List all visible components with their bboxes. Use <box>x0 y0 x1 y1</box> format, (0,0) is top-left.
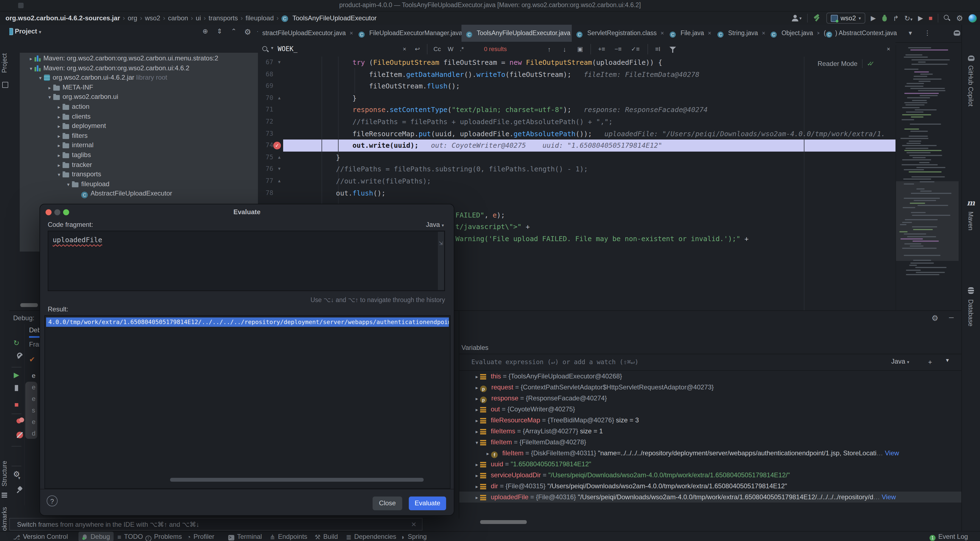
tree-row[interactable]: ▾org.wso2.carbon.ui <box>10 93 258 102</box>
editor-tab[interactable]: C FileUploadExecutorManager.java× <box>354 25 461 42</box>
variable-row[interactable]: ▸p request = {ContextPathServletAdaptor$… <box>459 382 961 393</box>
fold-marker-icon[interactable]: ▴ <box>276 92 283 104</box>
dialog-language-select[interactable]: Java ▾ <box>426 221 444 228</box>
search-input[interactable]: WOEK_ <box>278 45 298 53</box>
stripe-structure[interactable]: Structure <box>1 461 8 486</box>
variable-row[interactable]: ▸f fileItem = {DiskFileItem@40311} "name… <box>459 448 961 459</box>
locate-icon[interactable]: ⊕ <box>202 27 208 35</box>
fold-marker-icon[interactable]: ▾ <box>276 57 283 69</box>
tree-chevron-icon[interactable]: ▾ <box>56 170 62 180</box>
reader-mode-chip[interactable]: Reader Mode ✓✓ <box>818 58 871 69</box>
statusbar-event-log[interactable]: 1Event Log <box>929 531 968 541</box>
memory-snapshot-icon[interactable] <box>11 450 21 460</box>
watch-language-select[interactable]: Java ▾ <box>891 357 909 365</box>
filter-lines-icon[interactable]: ≡I <box>655 46 660 52</box>
variable-chevron-icon[interactable]: ▸ <box>474 426 480 437</box>
tree-row[interactable]: ▸META-INF <box>10 83 258 93</box>
statusbar-item-version-control[interactable]: ⎇Version Control <box>13 531 68 541</box>
tree-chevron-icon[interactable]: ▾ <box>27 64 35 73</box>
tree-row[interactable]: ▸deployment <box>10 121 258 131</box>
tree-chevron-icon[interactable]: ▸ <box>56 112 62 122</box>
variable-row[interactable]: ▸ this = {ToolsAnyFileUploadExecutor@402… <box>459 371 961 382</box>
tab-close-icon[interactable]: × <box>661 30 664 36</box>
statusbar-item-endpoints[interactable]: ⋔Endpoints <box>270 531 307 541</box>
select-all-occurrences-icon[interactable]: ▣ <box>577 46 583 53</box>
tree-chevron-icon[interactable]: ▾ <box>65 180 72 190</box>
editor-tab[interactable]: C String.java× <box>713 25 766 42</box>
input-scroll-track[interactable]: ⇲ <box>438 232 444 290</box>
pause-icon[interactable] <box>11 385 21 395</box>
tree-row[interactable]: ▾transports <box>10 170 258 179</box>
regex-toggle[interactable]: .* <box>460 46 464 52</box>
stop-icon-debug[interactable]: ■ <box>11 400 21 410</box>
statusbar-item-profiler[interactable]: ◔Profiler <box>187 531 215 541</box>
tree-chevron-icon[interactable]: ▸ <box>56 122 62 132</box>
stripe-copilot[interactable]: GitHub Copilot <box>967 65 974 107</box>
stripe-database[interactable]: Database <box>967 299 974 326</box>
statusbar-item-problems[interactable]: !Problems <box>145 531 182 541</box>
user-icon[interactable]: ▾ <box>792 15 802 21</box>
tab-close-icon[interactable]: × <box>350 30 353 36</box>
frames-scrollbar[interactable] <box>25 382 37 439</box>
fold-marker-icon[interactable]: ▴ <box>276 175 283 187</box>
result-value-row[interactable]: 4.0.0/tmp/work/extra/1.6508040505179814E… <box>46 318 449 327</box>
checked-selection-icon[interactable]: ✓≡ <box>631 46 640 53</box>
breadcrumb-item[interactable]: wso2 <box>145 14 160 22</box>
close-button[interactable]: Close <box>372 496 402 510</box>
view-breakpoints-icon[interactable] <box>11 417 21 427</box>
stop-icon[interactable]: ■ <box>928 14 932 22</box>
statusbar-item-build[interactable]: ⚒Build <box>315 531 338 541</box>
fold-marker-icon[interactable]: ▾ <box>276 163 283 175</box>
statusbar-item-debug[interactable]: Debug <box>78 531 114 541</box>
variable-chevron-icon[interactable]: ▸ <box>474 470 480 480</box>
expand-all-icon[interactable]: ⇕ <box>217 27 222 35</box>
variable-chevron-icon[interactable]: ▸ <box>474 492 480 503</box>
tree-chevron-icon[interactable]: ▸ <box>56 161 62 170</box>
variable-chevron-icon[interactable]: ▸ <box>474 393 480 404</box>
variable-row[interactable]: ▸ uploadedFile = {File@40316} "/Users/pe… <box>459 492 961 503</box>
variable-chevron-icon[interactable]: ▾ <box>474 437 480 448</box>
tree-row[interactable]: ▾Maven: org.wso2.carbon:org.wso2.carbon.… <box>10 64 258 73</box>
variable-chevron-icon[interactable]: ▸ <box>474 404 480 415</box>
editor-tab[interactable]: stractFileUploadExecutor.java× <box>258 25 354 42</box>
tree-chevron-icon[interactable]: ▸ <box>46 83 53 93</box>
variable-row[interactable]: ▸ out = {CoyoteWriter@40275} <box>459 404 961 415</box>
new-line-icon[interactable]: ↩ <box>415 46 420 53</box>
evaluate-expression-input[interactable]: Evaluate expression (↵) or add a watch (… <box>471 358 638 366</box>
tree-row[interactable]: CAbstractFileUploadExecutor <box>10 189 258 199</box>
breadcrumb-item[interactable]: org <box>127 14 137 22</box>
tree-row[interactable]: ▾fileupload <box>10 180 258 189</box>
editor-minimap[interactable] <box>896 45 959 310</box>
profiler-icon[interactable]: ↻▾ <box>904 14 913 22</box>
prev-occurrence-icon[interactable]: ↑ <box>547 46 551 53</box>
tree-row[interactable]: ▸tracker <box>10 160 258 170</box>
tree-row[interactable]: ▸internal <box>10 141 258 150</box>
breakpoint-icon[interactable]: ✓ <box>273 142 281 149</box>
close-search-icon[interactable]: × <box>887 46 890 52</box>
breadcrumb-item[interactable]: fileupload <box>245 14 274 22</box>
run-icon[interactable]: ▶ <box>871 14 876 22</box>
tree-chevron-icon[interactable]: ▸ <box>56 141 62 151</box>
tree-row[interactable]: ▸taglibs <box>10 150 258 160</box>
statusbar-item-todo[interactable]: ≡TODO <box>118 531 143 541</box>
pin-icon[interactable] <box>11 486 21 496</box>
run-anything-icon[interactable]: ▶ <box>918 14 923 22</box>
tab-options-kebab-icon[interactable]: ⋮ <box>924 29 931 37</box>
variable-row[interactable]: ▾ fileItem = {FileItemData@40278} <box>459 437 961 448</box>
editor-tab[interactable]: C File.java× <box>665 25 713 42</box>
editor-tab[interactable]: C ToolsAnyFileUploadExecutor.java× <box>461 25 572 42</box>
panel-options-gear-icon[interactable]: ⚙ <box>244 27 251 36</box>
breadcrumb-item[interactable]: ui <box>196 14 201 22</box>
tree-row[interactable]: ▸clients <box>10 112 258 121</box>
search-icon[interactable] <box>262 46 269 53</box>
stripe-project[interactable]: Project <box>1 53 8 73</box>
statusbar-item-dependencies[interactable]: ≣Dependencies <box>346 531 396 541</box>
tab-list-chevron-icon[interactable]: ▾ <box>908 29 912 37</box>
match-case-toggle[interactable]: Cc <box>433 46 441 52</box>
next-occurrence-icon[interactable]: ↓ <box>563 46 566 53</box>
help-button[interactable]: ? <box>47 495 57 506</box>
variable-chevron-icon[interactable]: ▸ <box>485 448 491 459</box>
statusbar-item-terminal[interactable]: >_Terminal <box>228 531 262 541</box>
tab-close-icon[interactable]: × <box>817 30 819 36</box>
clear-search-icon[interactable]: × <box>403 46 406 52</box>
